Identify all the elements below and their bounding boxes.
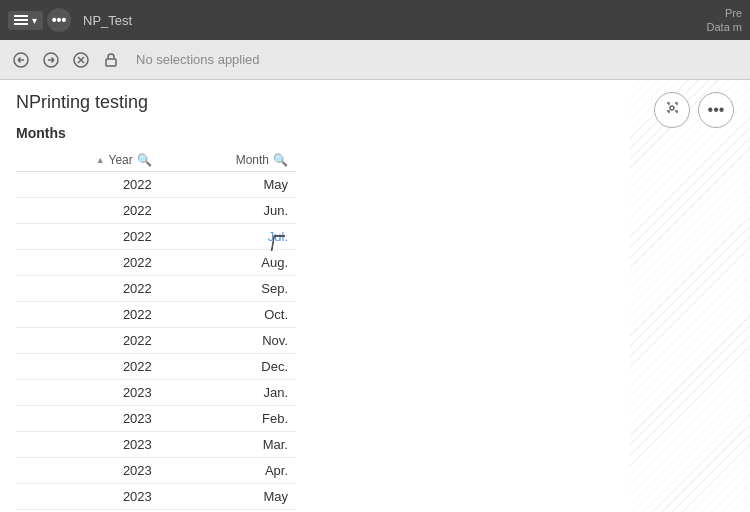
month-cell: Jan. (160, 380, 296, 406)
ellipsis-icon: ••• (52, 12, 67, 28)
snap-icon (664, 100, 680, 120)
year-column-label: Year (109, 153, 133, 167)
table-row[interactable]: 2022Sep. (16, 276, 296, 302)
month-column-label: Month (236, 153, 269, 167)
year-cell: 2022 (16, 328, 160, 354)
year-column-header: ▲ Year 🔍 (16, 149, 160, 172)
year-cell: 2022 (16, 198, 160, 224)
selection-forward-button[interactable] (38, 47, 64, 73)
top-bar-left: ▾ ••• NP_Test (8, 8, 132, 32)
no-selections-label: No selections applied (136, 52, 260, 67)
background-pattern (630, 80, 750, 512)
month-cell: Apr. (160, 458, 296, 484)
selection-back-button[interactable] (8, 47, 34, 73)
month-cell: Feb. (160, 406, 296, 432)
year-cell: 2023 (16, 406, 160, 432)
year-cell: 2023 (16, 380, 160, 406)
table-row[interactable]: 2022Oct. (16, 302, 296, 328)
table-row[interactable]: 2022Aug. (16, 250, 296, 276)
main-content: NPrinting testing ••• Months ▲ (0, 80, 750, 512)
table-title: Months (16, 125, 734, 141)
selection-lock-button[interactable] (98, 47, 124, 73)
month-cell: Jun. (160, 198, 296, 224)
table-row[interactable]: 2022Dec. (16, 354, 296, 380)
month-cell: Sep. (160, 276, 296, 302)
year-cell: 2022 (16, 302, 160, 328)
more-options-button[interactable]: ••• (698, 92, 734, 128)
month-cell: Jul. (160, 224, 296, 250)
table-row[interactable]: 2022Nov. (16, 328, 296, 354)
table-row[interactable]: 2023Apr. (16, 458, 296, 484)
table-row[interactable]: 2022Jun. (16, 198, 296, 224)
top-bar-right-info: Pre Data m (707, 6, 742, 35)
month-cell: Aug. (160, 250, 296, 276)
app-more-button[interactable]: ••• (47, 8, 71, 32)
month-cell: May (160, 484, 296, 510)
hamburger-menu-button[interactable]: ▾ (8, 11, 43, 30)
month-cell: May (160, 172, 296, 198)
more-options-icon: ••• (708, 101, 725, 119)
table-row[interactable]: 2023Mar. (16, 432, 296, 458)
selection-bar: No selections applied (0, 40, 750, 80)
table-header-row: ▲ Year 🔍 Month 🔍 (16, 149, 296, 172)
snap-button[interactable] (654, 92, 690, 128)
year-cell: 2023 (16, 484, 160, 510)
year-cell: 2022 (16, 224, 160, 250)
action-buttons: ••• (654, 92, 734, 128)
year-cell: 2022 (16, 250, 160, 276)
year-cell: 2023 (16, 432, 160, 458)
month-cell: Mar. (160, 432, 296, 458)
top-bar: ▾ ••• NP_Test Pre Data m (0, 0, 750, 40)
month-column-header: Month 🔍 (160, 149, 296, 172)
year-cell: 2022 (16, 172, 160, 198)
month-cell: Nov. (160, 328, 296, 354)
svg-rect-3 (106, 59, 116, 66)
top-right-line1: Pre (725, 6, 742, 20)
table-row[interactable]: 2023May (16, 484, 296, 510)
months-table: ▲ Year 🔍 Month 🔍 2022May2022Jun.2022Jul.… (16, 149, 296, 510)
top-right-line2: Data m (707, 20, 742, 34)
selection-clear-button[interactable] (68, 47, 94, 73)
table-row[interactable]: 2023Jan. (16, 380, 296, 406)
svg-point-4 (670, 106, 674, 110)
month-cell: Dec. (160, 354, 296, 380)
month-cell: Oct. (160, 302, 296, 328)
table-row[interactable]: 2022Jul. (16, 224, 296, 250)
app-name-label: NP_Test (83, 13, 132, 28)
table-body: 2022May2022Jun.2022Jul.2022Aug.2022Sep.2… (16, 172, 296, 510)
year-cell: 2022 (16, 354, 160, 380)
sort-asc-icon: ▲ (96, 155, 105, 165)
year-search-icon[interactable]: 🔍 (137, 153, 152, 167)
table-row[interactable]: 2022May (16, 172, 296, 198)
month-search-icon[interactable]: 🔍 (273, 153, 288, 167)
year-cell: 2022 (16, 276, 160, 302)
year-cell: 2023 (16, 458, 160, 484)
table-row[interactable]: 2023Feb. (16, 406, 296, 432)
table-container: Months ▲ Year 🔍 Month 🔍 (16, 125, 734, 512)
page-title: NPrinting testing (16, 92, 734, 113)
